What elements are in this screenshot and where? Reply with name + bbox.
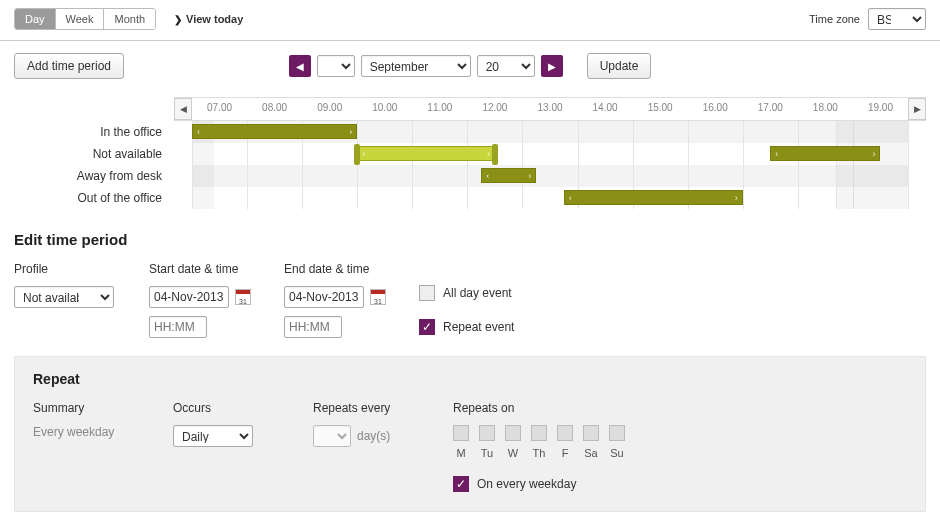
bar-handle-left-icon: ‹ [775, 149, 778, 159]
profile-label: Profile [14, 262, 149, 276]
end-time-input[interactable] [284, 316, 342, 338]
day-checkbox[interactable] [505, 425, 521, 441]
day-select[interactable]: 19 [317, 55, 355, 77]
view-today-link[interactable]: ❯ View today [174, 13, 243, 25]
hour-label: 11.00 [427, 102, 452, 113]
calendar-icon[interactable] [235, 289, 251, 305]
scroll-left-button[interactable]: ◀ [174, 98, 192, 120]
timeline-row[interactable]: ‹›‹› [192, 143, 908, 165]
hour-label: 14.00 [593, 102, 618, 113]
repeats-every-unit: day(s) [357, 429, 390, 443]
repeat-section: Repeat Summary Every weekday Occurs Dail… [14, 356, 926, 512]
time-bar[interactable]: ‹› [357, 146, 495, 161]
timezone-select[interactable]: BST [868, 8, 926, 30]
end-col: End date & time [284, 262, 419, 338]
hour-label: 07.00 [207, 102, 232, 113]
year-select[interactable]: 2013 [477, 55, 535, 77]
time-bar[interactable]: ‹› [481, 168, 536, 183]
bar-handle-right-icon: › [349, 127, 352, 137]
bar-handle-left-icon: ‹ [362, 149, 365, 159]
bar-handle-right-icon: › [528, 171, 531, 181]
timeline-row-label: In the office [14, 121, 174, 143]
timeline-row[interactable]: ‹› [192, 165, 908, 187]
topbar: Day Week Month ❯ View today Time zone BS… [0, 0, 940, 41]
time-bar[interactable]: ‹› [192, 124, 357, 139]
hour-label: 13.00 [537, 102, 562, 113]
days-row: MTuWThFSaSu [453, 425, 907, 459]
prev-day-button[interactable]: ◀ [289, 55, 311, 77]
day-checkbox[interactable] [453, 425, 469, 441]
summary-col: Summary Every weekday [33, 401, 173, 439]
hour-label: 12.00 [482, 102, 507, 113]
update-button[interactable]: Update [587, 53, 652, 79]
view-today-label: View today [186, 13, 243, 25]
hour-label: 15.00 [648, 102, 673, 113]
day-label: Th [533, 447, 546, 459]
resize-handle-right[interactable] [492, 144, 498, 165]
timeline-row-label: Out of the office [14, 187, 174, 209]
day-sa: Sa [583, 425, 599, 459]
day-checkbox[interactable] [531, 425, 547, 441]
start-date-input[interactable] [149, 286, 229, 308]
timezone-group: Time zone BST [809, 8, 926, 30]
summary-label: Summary [33, 401, 173, 415]
hour-label: 18.00 [813, 102, 838, 113]
controls-row: Add time period ◀ 19 September 2013 ▶ Up… [0, 41, 940, 91]
month-select[interactable]: September [361, 55, 471, 77]
profile-col: Profile Not available [14, 262, 149, 338]
day-checkbox[interactable] [479, 425, 495, 441]
occurs-select[interactable]: Daily [173, 425, 253, 447]
timezone-label: Time zone [809, 13, 860, 25]
hour-label: 17.00 [758, 102, 783, 113]
timeline-row[interactable]: ‹› [192, 187, 908, 209]
allday-checkbox[interactable] [419, 285, 435, 301]
day-label: W [508, 447, 518, 459]
timeline-row-label: Not available [14, 143, 174, 165]
tab-week[interactable]: Week [55, 9, 104, 29]
start-label: Start date & time [149, 262, 284, 276]
repeats-on-col: Repeats on MTuWThFSaSu ✓ On every weekda… [453, 401, 907, 495]
day-w: W [505, 425, 521, 459]
day-checkbox[interactable] [609, 425, 625, 441]
repeats-every-col: Repeats every 1 day(s) [313, 401, 453, 447]
time-bar[interactable]: ‹› [564, 190, 743, 205]
occurs-label: Occurs [173, 401, 313, 415]
repeats-on-label: Repeats on [453, 401, 907, 415]
next-day-button[interactable]: ▶ [541, 55, 563, 77]
day-checkbox[interactable] [583, 425, 599, 441]
repeat-label: Repeat event [443, 320, 514, 334]
edit-heading: Edit time period [14, 231, 926, 248]
bar-handle-left-icon: ‹ [486, 171, 489, 181]
hour-label: 08.00 [262, 102, 287, 113]
resize-handle-left[interactable] [354, 144, 360, 165]
start-time-input[interactable] [149, 316, 207, 338]
view-tabs: Day Week Month [14, 8, 156, 30]
bar-handle-left-icon: ‹ [569, 193, 572, 203]
tab-day[interactable]: Day [15, 9, 55, 29]
timeline-row[interactable]: ‹› [192, 121, 908, 143]
day-label: Su [610, 447, 623, 459]
allday-label: All day event [443, 286, 512, 300]
day-label: Tu [481, 447, 493, 459]
hour-label: 09.00 [317, 102, 342, 113]
repeats-every-select: 1 [313, 425, 351, 447]
edit-time-period-section: Edit time period Profile Not available S… [0, 209, 940, 338]
add-time-period-button[interactable]: Add time period [14, 53, 124, 79]
repeat-checkbox[interactable]: ✓ [419, 319, 435, 335]
summary-value: Every weekday [33, 425, 173, 439]
bar-handle-right-icon: › [487, 149, 490, 159]
day-label: F [562, 447, 569, 459]
end-date-input[interactable] [284, 286, 364, 308]
time-bar[interactable]: ‹› [770, 146, 880, 161]
hour-label: 10.00 [372, 102, 397, 113]
day-label: Sa [584, 447, 597, 459]
footer-actions: Cancel Save to calendar [0, 512, 940, 522]
occurs-col: Occurs Daily [173, 401, 313, 447]
calendar-icon[interactable] [370, 289, 386, 305]
weekday-checkbox[interactable]: ✓ [453, 476, 469, 492]
day-checkbox[interactable] [557, 425, 573, 441]
tab-month[interactable]: Month [103, 9, 155, 29]
end-label: End date & time [284, 262, 419, 276]
profile-select[interactable]: Not available [14, 286, 114, 308]
scroll-right-button[interactable]: ▶ [908, 98, 926, 120]
